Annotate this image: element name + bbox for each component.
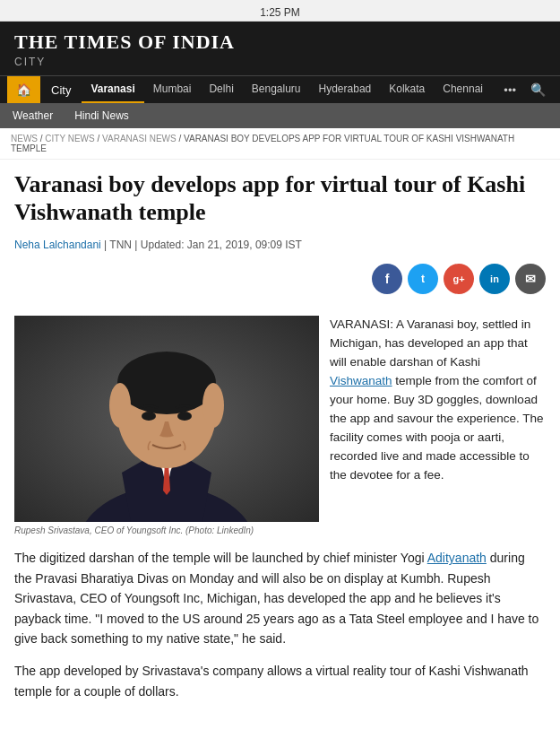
twitter-share-button[interactable]: t [408, 264, 438, 294]
message-share-button[interactable]: ✉ [515, 264, 546, 294]
image-caption: Rupesh Srivastava, CEO of Youngsoft Inc.… [14, 526, 319, 535]
city-list: Varanasi Mumbai Delhi Bengaluru Hyderaba… [82, 76, 496, 103]
article-image-wrap: Rupesh Srivastava, CEO of Youngsoft Inc.… [14, 316, 319, 535]
social-buttons: f t g+ in ✉ [372, 264, 546, 294]
breadcrumb: NEWS / CITY NEWS / VARANASI NEWS / VARAN… [0, 128, 560, 160]
article-headline: Varanasi boy develops app for virtual to… [14, 170, 546, 226]
city-nav-item[interactable]: City [40, 77, 82, 103]
social-bar: f t g+ in ✉ [14, 264, 546, 307]
site-subtitle: CITY [14, 56, 546, 68]
weather-link[interactable]: Weather [9, 103, 64, 128]
hindi-news-link[interactable]: Hindi News [64, 103, 140, 128]
more-cities-button[interactable]: ••• [496, 77, 523, 103]
nav-chennai[interactable]: Chennai [434, 76, 492, 103]
sub-nav: Weather Hindi News [0, 103, 560, 128]
linkedin-share-button[interactable]: in [479, 264, 510, 294]
body-paragraph-1: The digitized darshan of the temple will… [14, 548, 546, 648]
search-icon[interactable]: 🔍 [523, 76, 553, 103]
svg-point-7 [142, 412, 156, 421]
facebook-share-button[interactable]: f [372, 264, 402, 294]
nav-delhi[interactable]: Delhi [200, 76, 242, 103]
nav-kolkata[interactable]: Kolkata [380, 76, 434, 103]
breadcrumb-varanasi-news[interactable]: VARANASI NEWS [102, 134, 177, 143]
article-image [14, 316, 319, 522]
googleplus-share-button[interactable]: g+ [444, 264, 474, 294]
byline-source: | TNN | Updated: Jan 21, 2019, 09:09 IST [104, 239, 302, 251]
vishwanath-link[interactable]: Vishwanath [330, 374, 392, 387]
main-nav: 🏠 City Varanasi Mumbai Delhi Bengaluru H… [0, 75, 560, 103]
nav-bengaluru[interactable]: Bengaluru [243, 76, 310, 103]
time-display: 1:25 PM [0, 4, 560, 22]
article-intro-text: VARANASI: A Varanasi boy, settled in Mic… [330, 316, 546, 535]
article-top-content: Rupesh Srivastava, CEO of Youngsoft Inc.… [14, 316, 546, 535]
svg-point-5 [109, 383, 131, 428]
nav-mumbai[interactable]: Mumbai [144, 76, 201, 103]
svg-point-6 [202, 383, 224, 428]
article-byline: Neha Lalchandani | TNN | Updated: Jan 21… [14, 239, 546, 251]
home-button[interactable]: 🏠 [7, 76, 40, 103]
svg-point-8 [177, 412, 192, 421]
breadcrumb-news[interactable]: NEWS [11, 134, 38, 143]
adityanath-link[interactable]: Adityanath [427, 551, 487, 565]
nav-hyderabad[interactable]: Hyderabad [310, 76, 381, 103]
nav-varanasi[interactable]: Varanasi [82, 76, 143, 103]
author-link[interactable]: Neha Lalchandani [14, 239, 101, 251]
site-header: THE TIMES OF INDIA CITY [0, 22, 560, 75]
svg-point-4 [117, 352, 216, 414]
site-title: THE TIMES OF INDIA [14, 30, 546, 54]
body-paragraph-2: The app developed by Srivastava's compan… [14, 661, 546, 701]
article-container: Varanasi boy develops app for virtual to… [0, 160, 560, 725]
article-body: The digitized darshan of the temple will… [14, 548, 546, 701]
breadcrumb-city-news[interactable]: CITY NEWS [45, 134, 94, 143]
